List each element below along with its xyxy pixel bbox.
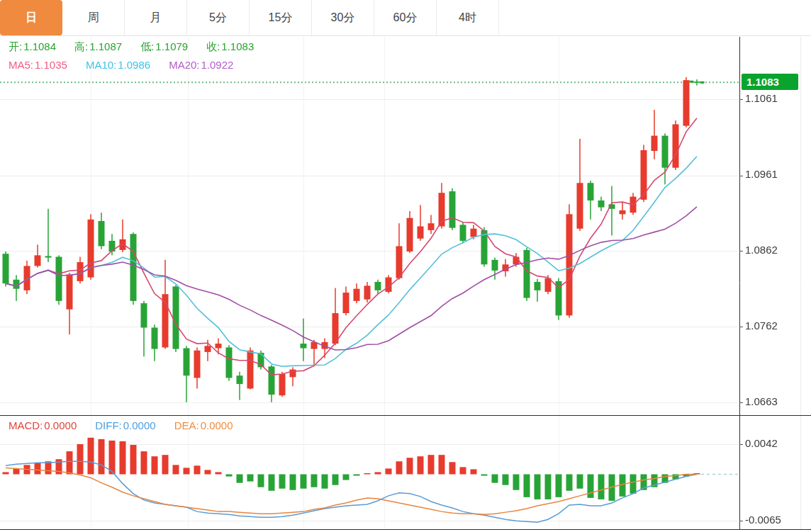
- ohlc-legend: 开:1.1084 高:1.1087 低:1.1079 收:1.1083: [9, 40, 254, 54]
- ohlc-close: 收:1.1083: [206, 40, 254, 54]
- tab-day[interactable]: 日: [0, 0, 62, 35]
- tab-4hour[interactable]: 4时: [437, 0, 499, 35]
- ma10-value: MA10:1.0986: [86, 59, 150, 71]
- price-tick-label: 1.0961: [745, 168, 778, 180]
- price-tick-label: 1.0762: [745, 319, 778, 332]
- timeframe-tabbar: 日 周 月 5分 15分 30分 60分 4时: [0, 0, 811, 36]
- price-tick-label: 1.1061: [745, 92, 778, 104]
- last-price-badge: 1.1083: [742, 74, 798, 90]
- tab-week[interactable]: 周: [62, 0, 125, 35]
- ma20-value: MA20:1.0922: [169, 59, 233, 71]
- tab-15min[interactable]: 15分: [250, 0, 312, 35]
- ma5-value: MA5:1.1035: [9, 59, 67, 71]
- tab-5min[interactable]: 5分: [187, 0, 250, 35]
- tab-30min[interactable]: 30分: [312, 0, 374, 35]
- tab-month[interactable]: 月: [125, 0, 187, 35]
- ohlc-low: 低:1.1079: [140, 40, 188, 54]
- macd-tick-label: -0.0065: [745, 514, 781, 526]
- price-tick-label: 1.0862: [745, 244, 778, 256]
- dea-value: DEA:0.0000: [174, 419, 233, 431]
- ohlc-high: 高:1.1087: [74, 40, 122, 54]
- macd-legend: MACD:0.0000 DIFF:0.0000 DEA:0.0000: [9, 419, 233, 431]
- diff-value: DIFF:0.0000: [95, 419, 155, 431]
- price-tick-label: 1.0663: [745, 395, 778, 407]
- kline-chart-canvas[interactable]: [0, 0, 811, 532]
- trading-chart-app: 日 周 月 5分 15分 30分 60分 4时 开:1.1084 高:1.108…: [0, 0, 811, 532]
- ma-legend: MA5:1.1035 MA10:1.0986 MA20:1.0922: [9, 59, 233, 71]
- macd-tick-label: 0.0042: [745, 437, 778, 449]
- macd-value: MACD:0.0000: [9, 419, 77, 431]
- tab-60min[interactable]: 60分: [374, 0, 437, 35]
- ohlc-open: 开:1.1084: [9, 40, 56, 54]
